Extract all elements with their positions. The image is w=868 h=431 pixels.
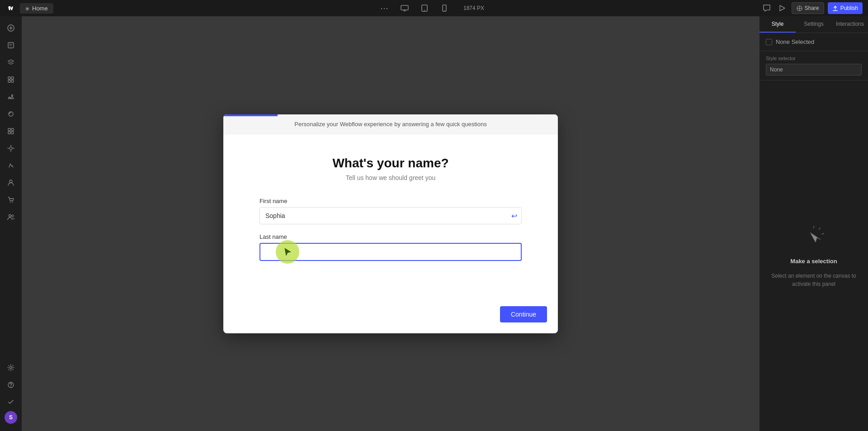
sidebar-pages-icon[interactable]	[3, 37, 19, 53]
modal-title: What's your name?	[259, 156, 522, 171]
svg-rect-18	[11, 132, 14, 134]
sidebar-help-icon[interactable]	[3, 377, 19, 393]
style-selector-section: Style selector None	[760, 51, 868, 81]
svg-point-23	[13, 148, 14, 149]
none-selected-label: None Selected	[776, 38, 814, 45]
svg-rect-0	[401, 5, 408, 10]
sidebar-assets-icon[interactable]	[3, 89, 19, 105]
modal-body: What's your name? Tell us how we should …	[223, 134, 558, 306]
sidebar-apps-icon[interactable]	[3, 140, 19, 156]
none-selected-row: None Selected	[760, 33, 868, 51]
canvas-area[interactable]: Personalize your Webflow experience by a…	[22, 16, 760, 431]
first-name-label: First name	[259, 198, 522, 204]
panel-tabs: Style Settings Interactions	[760, 16, 868, 33]
modal-header: Personalize your Webflow experience by a…	[223, 114, 558, 134]
sidebar-settings-icon[interactable]	[3, 360, 19, 376]
comment-icon[interactable]	[761, 2, 773, 14]
topbar-center: ⋯ 1874 PX	[378, 2, 490, 14]
sidebar-styles-icon[interactable]	[3, 106, 19, 122]
progress-bar	[223, 114, 278, 116]
svg-line-33	[819, 228, 820, 229]
svg-rect-8	[8, 43, 14, 48]
svg-rect-17	[8, 132, 10, 134]
panel-placeholder: Make a selection Select an element on th…	[760, 81, 868, 431]
share-button[interactable]: Share	[792, 2, 824, 14]
first-name-group: First name ↩	[259, 198, 522, 224]
sidebar-components-icon[interactable]	[3, 71, 19, 88]
tab-interactions[interactable]: Interactions	[832, 16, 868, 33]
svg-point-13	[12, 95, 13, 96]
topbar: ◉ Home ⋯ 1874 PX	[0, 0, 868, 16]
preview-icon[interactable]	[776, 2, 788, 14]
svg-point-28	[12, 215, 14, 217]
svg-point-22	[8, 148, 9, 149]
svg-rect-12	[11, 80, 14, 82]
svg-marker-5	[780, 5, 785, 11]
more-options-icon[interactable]: ⋯	[378, 2, 391, 14]
sidebar-grid-icon[interactable]	[3, 123, 19, 139]
sidebar-users-icon[interactable]	[3, 175, 19, 191]
breakpoint-tablet-icon[interactable]	[418, 2, 431, 14]
svg-point-19	[9, 147, 12, 150]
sidebar-bottom: S	[3, 360, 19, 427]
svg-point-29	[10, 367, 12, 369]
style-selector-value: None	[766, 64, 862, 76]
left-sidebar: S	[0, 16, 22, 431]
first-name-input[interactable]	[259, 207, 522, 224]
topbar-left: ◉ Home	[5, 3, 53, 14]
svg-point-31	[10, 386, 11, 387]
last-name-label: Last name	[259, 233, 522, 240]
panel-placeholder-title: Make a selection	[790, 258, 837, 265]
last-name-group: Last name	[259, 233, 522, 261]
sidebar-add-icon[interactable]	[3, 20, 19, 36]
style-selector-label: Style selector	[766, 56, 862, 61]
canvas-dimensions: 1874 PX	[458, 5, 490, 11]
svg-line-34	[822, 233, 824, 234]
webflow-logo	[5, 3, 16, 14]
svg-point-21	[10, 151, 11, 152]
svg-rect-15	[8, 128, 10, 131]
user-avatar[interactable]: S	[5, 411, 17, 424]
breakpoint-desktop-icon[interactable]	[398, 2, 411, 14]
svg-rect-11	[8, 80, 10, 82]
home-tab[interactable]: ◉ Home	[20, 3, 53, 14]
svg-point-27	[9, 215, 11, 217]
cursor-icon-large	[800, 223, 827, 251]
svg-point-20	[10, 145, 11, 146]
last-name-input-wrapper	[259, 243, 522, 261]
svg-point-25	[10, 202, 11, 203]
main-area: S Personalize your Webflow experience by…	[0, 16, 868, 431]
last-name-input[interactable]	[259, 243, 522, 261]
breakpoint-mobile-icon[interactable]	[438, 2, 451, 14]
enter-icon: ↩	[511, 211, 517, 220]
modal-header-text: Personalize your Webflow experience by a…	[294, 121, 486, 128]
svg-point-4	[444, 10, 445, 11]
right-panel: Style Settings Interactions None Selecte…	[760, 16, 868, 431]
sidebar-ecommerce-icon[interactable]	[3, 192, 19, 208]
svg-rect-10	[11, 77, 14, 79]
tab-settings[interactable]: Settings	[796, 16, 832, 33]
svg-point-26	[12, 202, 13, 203]
svg-rect-9	[8, 77, 10, 79]
sidebar-members-icon[interactable]	[3, 209, 19, 225]
continue-button[interactable]: Continue	[500, 306, 547, 322]
none-selected-checkbox	[766, 39, 772, 45]
modal-subtitle: Tell us how we should greet you	[259, 174, 522, 181]
sidebar-layers-icon[interactable]	[3, 54, 19, 71]
svg-point-24	[9, 180, 12, 183]
sidebar-interactions-icon[interactable]	[3, 157, 19, 174]
svg-rect-16	[11, 128, 14, 131]
modal-footer: Continue	[223, 306, 558, 333]
topbar-right: Share Publish	[761, 2, 863, 14]
sidebar-checklist-icon[interactable]	[3, 394, 19, 410]
first-name-input-wrapper: ↩	[259, 207, 522, 224]
tab-style[interactable]: Style	[760, 16, 796, 33]
modal-card: Personalize your Webflow experience by a…	[223, 114, 558, 333]
svg-point-2	[424, 10, 425, 11]
panel-placeholder-desc: Select an element on the canvas to activ…	[770, 272, 857, 288]
publish-button[interactable]: Publish	[828, 2, 863, 14]
